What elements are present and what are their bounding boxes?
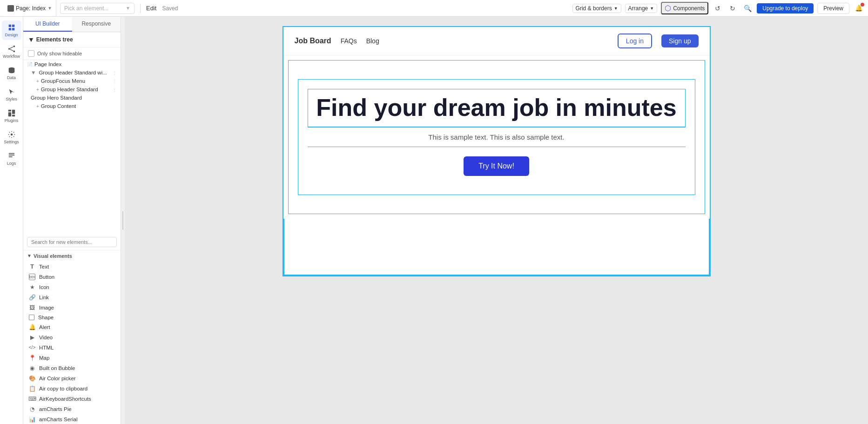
- tree-item-group-content[interactable]: + Group Content: [23, 102, 121, 110]
- sidebar-item-plugins[interactable]: Plugins: [2, 106, 21, 126]
- group-header-dots[interactable]: ⋮: [112, 70, 117, 75]
- element-item-button[interactable]: btn Button: [23, 272, 121, 282]
- icon-strip: Design Workflow Data Styles Plugins Sett…: [0, 17, 23, 424]
- visual-elements-header[interactable]: ▼ Visual elements: [23, 250, 121, 262]
- svg-point-4: [8, 48, 10, 50]
- upgrade-button[interactable]: Upgrade to deploy: [757, 3, 814, 13]
- group-header-chevron-icon: ▼: [31, 70, 36, 75]
- image-element-icon: 🖼: [29, 304, 35, 311]
- resize-handle[interactable]: [121, 17, 125, 424]
- tab-ui-builder[interactable]: UI Builder: [23, 17, 72, 32]
- only-show-hideable-checkbox[interactable]: [28, 50, 34, 57]
- preview-button[interactable]: Preview: [817, 3, 849, 14]
- group-content-icon: +: [36, 104, 39, 109]
- visual-elements-chevron-icon: ▼: [27, 253, 32, 258]
- svg-point-6: [13, 51, 15, 53]
- element-item-icon[interactable]: ★ Icon: [23, 282, 121, 292]
- nav-login-button[interactable]: Log in: [618, 34, 652, 48]
- tree-item-group-header-standard-inner[interactable]: + Group Header Standard ⋮: [23, 85, 121, 94]
- nav-signup-button[interactable]: Sign up: [661, 34, 698, 47]
- tree-item-group-header-standard[interactable]: ▼ Group Header Standard wi... ⋮: [23, 68, 121, 77]
- element-item-link[interactable]: 🔗 Link: [23, 292, 121, 303]
- divider-1: [140, 4, 141, 13]
- hero-subtitle-box: This is sample text. This is also sample…: [308, 127, 686, 147]
- search-elements-input[interactable]: [27, 237, 117, 247]
- element-item-shape[interactable]: Shape: [23, 313, 121, 322]
- nav-faqs[interactable]: FAQs: [341, 37, 357, 45]
- settings-icon: [7, 130, 16, 139]
- sidebar-item-data[interactable]: Data: [2, 63, 21, 83]
- arrange-button[interactable]: Arrange ▼: [625, 4, 658, 13]
- tree-item-page-index[interactable]: 📄 Page Index: [23, 60, 121, 68]
- sidebar-item-styles[interactable]: Styles: [2, 85, 21, 104]
- airkeyboard-icon: ⌨: [29, 396, 35, 402]
- data-icon: [7, 66, 16, 74]
- left-panel: UI Builder Responsive ▼ Elements tree On…: [23, 17, 121, 424]
- element-item-airkeyboard[interactable]: ⌨ AirKeyboardShortcuts: [23, 394, 121, 404]
- redo-button[interactable]: ↻: [727, 3, 738, 14]
- undo-button[interactable]: ↺: [712, 3, 723, 14]
- canvas-nav: Job Board FAQs Blog Log in Sign up: [283, 27, 710, 55]
- element-item-html[interactable]: </> HTML: [23, 343, 121, 353]
- sidebar-item-logs[interactable]: Logs: [2, 149, 21, 168]
- element-item-air-color-picker[interactable]: 🎨 Air Color picker: [23, 373, 121, 384]
- svg-point-14: [10, 134, 13, 136]
- canvas-wrapper: Job Board FAQs Blog Log in Sign up Find …: [283, 26, 711, 276]
- pick-element-dropdown[interactable]: Pick an element... ▼: [60, 3, 135, 14]
- hero-cta-button[interactable]: Try It Now!: [464, 156, 529, 176]
- components-button[interactable]: ⬡ Components: [661, 2, 708, 14]
- elements-tree-title: ▼ Elements tree: [28, 36, 73, 43]
- components-label: Components: [673, 5, 705, 12]
- nav-blog[interactable]: Blog: [366, 37, 379, 45]
- built-on-bubble-icon: ◉: [29, 365, 35, 371]
- visual-elements-section: ▼ Visual elements T Text btn Button ★ Ic…: [23, 250, 121, 424]
- element-item-image[interactable]: 🖼 Image: [23, 303, 121, 313]
- groupfocus-dots[interactable]: ⋮: [112, 79, 117, 84]
- svg-rect-10: [8, 112, 11, 116]
- element-item-map[interactable]: 📍 Map: [23, 353, 121, 363]
- page-indicator[interactable]: Page: Index ▼: [4, 0, 56, 16]
- styles-label: Styles: [6, 97, 17, 101]
- chevron-right-icon[interactable]: ▼: [28, 36, 34, 43]
- element-item-video[interactable]: ▶ Video: [23, 332, 121, 343]
- page-icon: [7, 5, 14, 12]
- nav-job-board[interactable]: Job Board: [295, 37, 331, 45]
- groupfocus-menu-icon: +: [36, 79, 39, 84]
- element-item-air-copy-clipboard[interactable]: 📋 Air copy to clipboard: [23, 384, 121, 394]
- element-item-alert[interactable]: 🔔 Alert: [23, 322, 121, 332]
- page-dropdown-icon[interactable]: ▼: [47, 6, 52, 11]
- plugins-label: Plugins: [5, 118, 19, 123]
- plugins-icon: [7, 109, 16, 117]
- element-item-amcharts-pie[interactable]: ◔ amCharts Pie: [23, 404, 121, 414]
- elements-tree-header: ▼ Elements tree: [23, 32, 121, 47]
- topbar: Page: Index ▼ Pick an element... ▼ Edit …: [0, 0, 868, 17]
- sidebar-item-workflow[interactable]: Workflow: [2, 42, 21, 61]
- tree-item-groupfocus-menu[interactable]: + GroupFocus Menu ⋮: [23, 77, 121, 85]
- element-item-built-on-bubble[interactable]: ◉ Built on Bubble: [23, 363, 121, 373]
- data-label: Data: [7, 75, 16, 80]
- notification-button[interactable]: 🔔: [853, 3, 864, 14]
- settings-label: Settings: [4, 140, 19, 144]
- tab-responsive[interactable]: Responsive: [72, 17, 121, 32]
- visual-elements-label: Visual elements: [34, 253, 72, 259]
- element-item-text[interactable]: T Text: [23, 262, 121, 272]
- hero-section: Find your dream job in minutes This is s…: [288, 60, 705, 214]
- hero-title-box: Find your dream job in minutes: [308, 89, 686, 127]
- pick-element-label: Pick an element...: [64, 5, 108, 12]
- group-header-standard-dots[interactable]: ⋮: [112, 87, 117, 92]
- notification-badge: [861, 3, 864, 7]
- element-item-amcharts-serial[interactable]: 📊 amCharts Serial: [23, 414, 121, 424]
- workflow-icon: [7, 45, 16, 53]
- sidebar-item-design[interactable]: Design: [2, 20, 21, 40]
- edit-button[interactable]: Edit: [146, 5, 156, 12]
- search-elements-section: [23, 234, 121, 250]
- sidebar-item-settings[interactable]: Settings: [2, 128, 21, 147]
- tree-item-group-hero-standard[interactable]: Group Hero Standard: [23, 94, 121, 102]
- svg-rect-11: [12, 110, 14, 114]
- only-show-hideable-label: Only show hideable: [37, 51, 82, 56]
- page-label: Page: Index: [16, 5, 46, 12]
- grid-borders-button[interactable]: Grid & borders ▼: [572, 4, 621, 13]
- search-button[interactable]: 🔍: [742, 3, 753, 14]
- svg-rect-17: [8, 156, 12, 157]
- shape-element-icon: [29, 315, 34, 320]
